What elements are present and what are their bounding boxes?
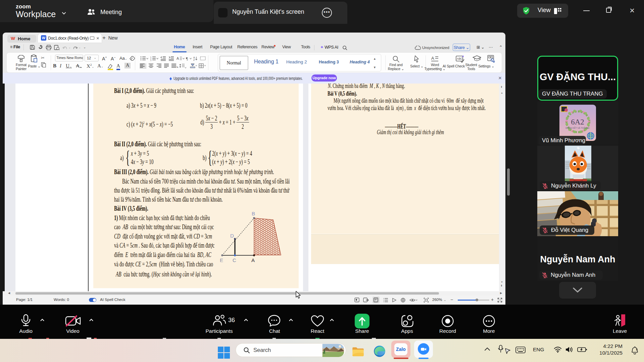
svg-text:A: A xyxy=(193,56,195,59)
svg-text:C: C xyxy=(233,257,236,263)
svg-text:z: z xyxy=(636,348,637,351)
svg-text:3: 3 xyxy=(150,59,151,61)
svg-text:↹: ↹ xyxy=(177,66,178,68)
svg-text:A: A xyxy=(251,257,255,263)
svg-text:ĐOÀN KẾT VÀ THÂN ÁI: ĐOÀN KẾT VÀ THÂN ÁI xyxy=(566,126,590,129)
svg-text:E: E xyxy=(220,257,223,263)
svg-text:B: B xyxy=(252,211,255,216)
svg-text:ABC: ABC xyxy=(457,57,462,60)
svg-text:6A2: 6A2 xyxy=(571,118,584,126)
svg-text:A: A xyxy=(177,56,179,60)
svg-text:A: A xyxy=(431,56,434,61)
svg-text:¶: ¶ xyxy=(186,56,188,61)
svg-text:Z: Z xyxy=(193,59,195,61)
svg-text:D: D xyxy=(230,233,234,239)
